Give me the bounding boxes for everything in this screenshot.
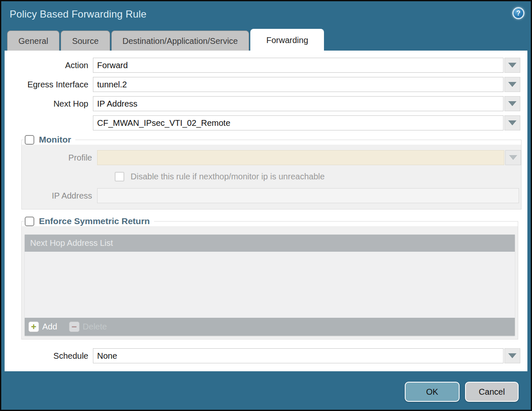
next-hop-address-row xyxy=(5,115,527,130)
chevron-down-icon xyxy=(508,82,517,87)
dialog-window: Policy Based Forwarding Rule ? General S… xyxy=(0,0,532,411)
schedule-input[interactable] xyxy=(93,348,504,363)
next-hop-address-dropdown-button[interactable] xyxy=(504,115,520,130)
disable-rule-label: Disable this rule if nexthop/monitor ip … xyxy=(131,172,325,181)
enforce-symmetric-return-section: Enforce Symmetric Return Next Hop Addres… xyxy=(21,216,518,340)
profile-label: Profile xyxy=(22,153,97,163)
next-hop-address-table: Next Hop Address List + Add − Delete xyxy=(25,235,515,336)
tab-bar: General Source Destination/Application/S… xyxy=(1,27,531,51)
monitor-ip-address-input xyxy=(97,188,519,203)
monitor-ip-address-row: IP Address xyxy=(22,188,521,203)
enforce-symmetric-return-legend-label: Enforce Symmetric Return xyxy=(39,216,150,226)
next-hop-type-input[interactable] xyxy=(93,96,504,111)
next-hop-address-list-body[interactable] xyxy=(25,252,515,318)
schedule-row: Schedule xyxy=(5,348,527,363)
chevron-down-icon xyxy=(508,120,517,125)
egress-interface-label: Egress Interface xyxy=(5,80,93,89)
action-label: Action xyxy=(5,61,93,70)
egress-interface-row: Egress Interface xyxy=(5,77,527,92)
profile-input xyxy=(97,150,504,165)
delete-button: − Delete xyxy=(69,322,107,332)
add-button-label: Add xyxy=(42,322,57,332)
forwarding-tab-panel: Action Egress Interface Next Hop xyxy=(5,51,527,371)
schedule-label: Schedule xyxy=(5,351,93,361)
next-hop-address-list-header: Next Hop Address List xyxy=(25,235,515,252)
monitor-legend-label: Monitor xyxy=(39,135,71,145)
ok-button[interactable]: OK xyxy=(405,382,460,402)
next-hop-address-input[interactable] xyxy=(93,115,504,130)
egress-interface-input[interactable] xyxy=(93,77,504,92)
tab-source[interactable]: Source xyxy=(61,31,110,51)
page-title: Policy Based Forwarding Rule xyxy=(10,8,146,20)
title-bar: Policy Based Forwarding Rule ? xyxy=(1,1,531,27)
enforce-symmetric-return-legend: Enforce Symmetric Return xyxy=(24,216,154,226)
profile-row: Profile xyxy=(22,150,521,165)
tab-destination-application-service[interactable]: Destination/Application/Service xyxy=(111,31,249,51)
disable-rule-row: Disable this rule if nexthop/monitor ip … xyxy=(115,172,521,181)
next-hop-row: Next Hop xyxy=(5,96,527,111)
chevron-down-icon xyxy=(509,155,517,160)
profile-combo xyxy=(97,150,521,165)
plus-icon: + xyxy=(28,322,39,332)
tab-forwarding[interactable]: Forwarding xyxy=(250,29,324,51)
next-hop-address-combo xyxy=(93,115,520,130)
schedule-dropdown-button[interactable] xyxy=(504,348,520,363)
monitor-checkbox[interactable] xyxy=(25,135,34,145)
disable-rule-checkbox xyxy=(115,172,124,181)
action-dropdown-button[interactable] xyxy=(504,58,520,73)
monitor-ip-address-label: IP Address xyxy=(22,191,97,201)
profile-dropdown-button xyxy=(505,150,521,165)
add-button[interactable]: + Add xyxy=(28,322,57,332)
delete-button-label: Delete xyxy=(83,322,107,332)
chevron-down-icon xyxy=(508,101,517,106)
action-input[interactable] xyxy=(93,58,504,73)
enforce-symmetric-return-checkbox[interactable] xyxy=(25,217,34,226)
minus-icon: − xyxy=(69,322,80,332)
symmetric-return-body: Next Hop Address List + Add − Delete xyxy=(22,226,518,339)
tab-general[interactable]: General xyxy=(7,31,59,51)
action-row: Action xyxy=(5,58,527,73)
monitor-legend: Monitor xyxy=(24,135,75,145)
next-hop-label: Next Hop xyxy=(5,99,93,109)
action-combo xyxy=(93,58,520,73)
egress-interface-combo xyxy=(93,77,520,92)
cancel-button[interactable]: Cancel xyxy=(465,382,519,402)
next-hop-address-list-footer: + Add − Delete xyxy=(25,318,515,336)
chevron-down-icon xyxy=(508,353,517,358)
monitor-section: Monitor Profile Disable this rule if nex… xyxy=(21,135,522,209)
egress-interface-dropdown-button[interactable] xyxy=(504,77,520,92)
next-hop-type-combo xyxy=(93,96,520,111)
schedule-combo xyxy=(93,348,520,363)
dialog-footer: OK Cancel xyxy=(1,371,531,411)
chevron-down-icon xyxy=(508,63,517,68)
next-hop-type-dropdown-button[interactable] xyxy=(504,96,520,111)
help-icon[interactable]: ? xyxy=(512,7,524,19)
monitor-body: Profile Disable this rule if nexthop/mon… xyxy=(22,145,521,209)
